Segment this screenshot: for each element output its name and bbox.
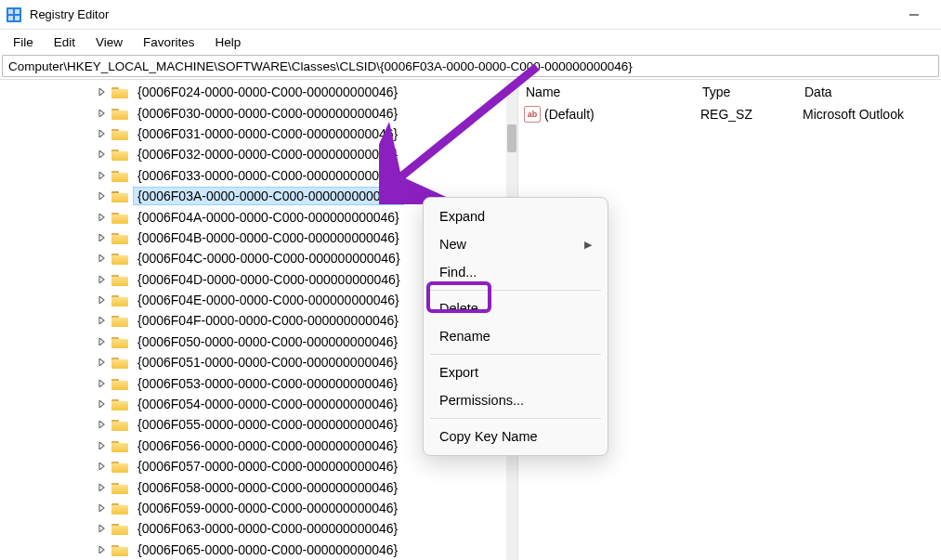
column-data[interactable]: Data	[797, 81, 941, 103]
chevron-right-icon[interactable]	[95, 397, 110, 411]
address-bar[interactable]: Computer\HKEY_LOCAL_MACHINE\SOFTWARE\Cla…	[2, 55, 939, 77]
column-type[interactable]: Type	[695, 81, 797, 103]
context-menu-delete[interactable]: Delete	[428, 294, 603, 322]
value-row[interactable]: ab(Default)REG_SZMicrosoft Outlook	[518, 104, 941, 124]
tree-item[interactable]: {0006F030-0000-0000-C000-000000000046}	[0, 102, 517, 123]
tree-item-label: {0006F055-0000-0000-C000-000000000046}	[134, 416, 401, 433]
chevron-right-icon[interactable]	[95, 355, 110, 370]
tree-item[interactable]: {0006F058-0000-0000-C000-000000000046}	[0, 476, 517, 497]
folder-icon	[111, 439, 128, 452]
tree-item-label: {0006F059-0000-0000-C000-000000000046}	[134, 500, 401, 516]
context-menu-new[interactable]: New▶	[428, 230, 603, 258]
address-text: Computer\HKEY_LOCAL_MACHINE\SOFTWARE\Cla…	[8, 59, 633, 73]
chevron-right-icon[interactable]	[95, 459, 110, 474]
menu-file[interactable]: File	[4, 33, 43, 52]
context-menu-rename[interactable]: Rename	[428, 322, 603, 350]
menu-favorites[interactable]: Favorites	[134, 33, 204, 52]
tree-item[interactable]: {0006F063-0000-0000-C000-000000000046}	[0, 518, 517, 539]
tree-item[interactable]: {0006F059-0000-0000-C000-000000000046}	[0, 498, 517, 518]
folder-icon	[111, 460, 128, 473]
context-menu: ExpandNew▶Find...DeleteRenameExportPermi…	[423, 197, 608, 456]
tree-item[interactable]: {0006F057-0000-0000-C000-000000000046}	[0, 456, 517, 476]
context-menu-separator	[430, 418, 601, 419]
chevron-right-icon[interactable]	[95, 417, 110, 432]
context-menu-find[interactable]: Find...	[428, 258, 603, 286]
chevron-right-icon[interactable]	[95, 501, 110, 515]
tree-item-label: {0006F054-0000-0000-C000-000000000046}	[134, 396, 401, 412]
chevron-right-icon[interactable]	[95, 126, 110, 141]
tree-item-label: {0006F056-0000-0000-C000-000000000046}	[134, 437, 401, 454]
tree-item-label: {0006F050-0000-0000-C000-000000000046}	[134, 333, 401, 350]
svg-rect-4	[15, 16, 20, 20]
chevron-right-icon[interactable]	[95, 251, 110, 266]
context-menu-label: Expand	[439, 209, 485, 224]
chevron-right-icon[interactable]	[95, 521, 110, 536]
chevron-right-icon[interactable]	[95, 272, 110, 287]
context-menu-label: Rename	[439, 329, 490, 344]
folder-icon	[111, 543, 128, 556]
folder-icon	[111, 252, 128, 265]
tree-item-label: {0006F024-0000-0000-C000-000000000046}	[134, 84, 401, 100]
folder-icon	[111, 481, 128, 494]
chevron-right-icon[interactable]	[95, 334, 110, 349]
folder-icon	[111, 397, 128, 410]
chevron-right-icon[interactable]	[95, 230, 110, 245]
chevron-right-icon[interactable]	[95, 542, 110, 557]
folder-icon	[111, 377, 128, 390]
folder-icon	[111, 273, 128, 286]
chevron-right-icon[interactable]	[95, 210, 110, 225]
chevron-right-icon[interactable]	[95, 106, 110, 121]
string-value-icon: ab	[524, 106, 541, 123]
chevron-right-icon[interactable]	[95, 147, 110, 162]
tree-item[interactable]: {0006F031-0000-0000-C000-000000000046}	[0, 124, 517, 144]
tree-item-label: {0006F033-0000-0000-C000-000000000046}	[134, 167, 401, 184]
column-headers: Name Type Data	[518, 80, 941, 104]
chevron-right-icon[interactable]	[95, 189, 110, 203]
tree-item-label: {0006F051-0000-0000-C000-000000000046}	[134, 354, 401, 371]
tree-item-label: {0006F057-0000-0000-C000-000000000046}	[134, 458, 401, 475]
titlebar: Registry Editor	[0, 0, 941, 30]
folder-icon	[111, 314, 128, 327]
tree-item-label: {0006F04D-0000-0000-C000-000000000046}	[134, 271, 404, 288]
app-icon	[6, 7, 22, 23]
scrollbar-thumb[interactable]	[507, 124, 516, 152]
folder-icon	[111, 127, 128, 140]
menu-help[interactable]: Help	[206, 33, 251, 52]
context-menu-export[interactable]: Export	[428, 358, 603, 386]
folder-icon	[111, 335, 128, 348]
context-menu-permissions[interactable]: Permissions...	[428, 386, 603, 414]
tree-item[interactable]: {0006F065-0000-0000-C000-000000000046}	[0, 540, 517, 560]
svg-rect-3	[8, 16, 13, 20]
chevron-right-icon[interactable]	[95, 480, 110, 495]
chevron-right-icon[interactable]	[95, 85, 110, 99]
values-list: ab(Default)REG_SZMicrosoft Outlook	[518, 104, 941, 124]
tree-item[interactable]: {0006F033-0000-0000-C000-000000000046}	[0, 165, 517, 186]
folder-icon	[111, 189, 128, 202]
chevron-right-icon[interactable]	[95, 438, 110, 453]
folder-icon	[111, 356, 128, 369]
chevron-right-icon[interactable]	[95, 376, 110, 391]
chevron-right-icon[interactable]	[95, 293, 110, 307]
chevron-right-icon: ▶	[584, 239, 592, 251]
context-menu-label: New	[439, 237, 466, 252]
tree-item-label: {0006F04F-0000-0000-C000-000000000046}	[134, 312, 402, 329]
folder-icon	[111, 501, 128, 514]
folder-icon	[111, 293, 128, 306]
menu-edit[interactable]: Edit	[45, 33, 85, 52]
value-data: Microsoft Outlook	[795, 107, 941, 122]
menu-view[interactable]: View	[86, 33, 132, 52]
column-name[interactable]: Name	[518, 81, 695, 103]
tree-item-label: {0006F032-0000-0000-C000-000000000046}	[134, 146, 401, 163]
svg-rect-2	[15, 9, 20, 14]
value-type: REG_SZ	[693, 107, 795, 122]
tree-item[interactable]: {0006F032-0000-0000-C000-000000000046}	[0, 144, 517, 164]
folder-icon	[111, 211, 128, 224]
tree-item[interactable]: {0006F024-0000-0000-C000-000000000046}	[0, 82, 517, 102]
chevron-right-icon[interactable]	[95, 168, 110, 183]
folder-icon	[111, 418, 128, 431]
minimize-button[interactable]	[893, 0, 935, 30]
context-menu-copy-key-name[interactable]: Copy Key Name	[428, 423, 603, 450]
context-menu-expand[interactable]: Expand	[428, 202, 603, 230]
chevron-right-icon[interactable]	[95, 313, 110, 328]
context-menu-label: Delete	[439, 301, 478, 316]
